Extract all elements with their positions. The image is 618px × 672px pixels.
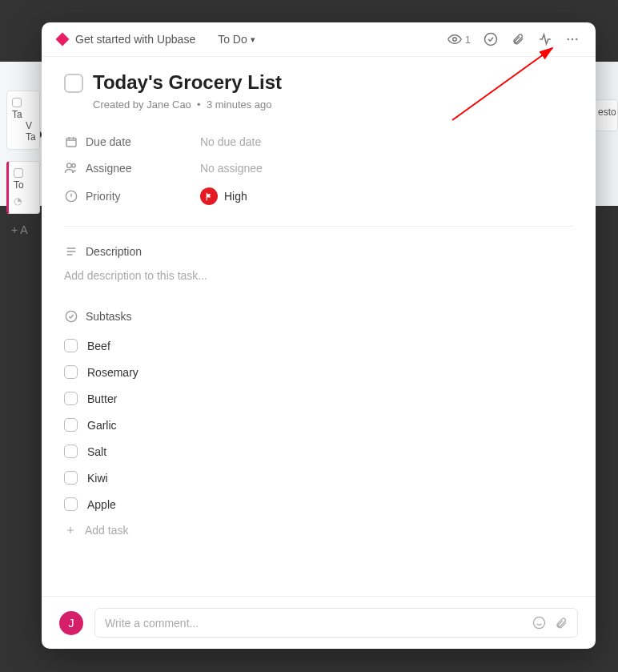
subtask-item[interactable]: Rosemary bbox=[64, 359, 573, 385]
watchers-count: 1 bbox=[465, 34, 471, 46]
subtask-label: Butter bbox=[87, 392, 117, 405]
status-dropdown[interactable]: To Do ▾ bbox=[218, 33, 255, 46]
assignee-row[interactable]: Assignee No assignee bbox=[64, 155, 573, 181]
calendar-icon bbox=[64, 135, 78, 148]
attach-icon[interactable] bbox=[554, 616, 568, 630]
svg-point-6 bbox=[67, 163, 72, 168]
subtasks-label: Subtasks bbox=[86, 310, 132, 323]
svg-point-7 bbox=[72, 164, 75, 167]
attachment-icon[interactable] bbox=[511, 32, 525, 46]
plus-icon bbox=[64, 524, 77, 537]
svg-rect-5 bbox=[66, 138, 76, 147]
subtasks-header: Subtasks bbox=[64, 309, 573, 323]
description-icon bbox=[64, 244, 78, 258]
description-input[interactable]: Add description to this task... bbox=[64, 269, 573, 282]
add-subtask-button[interactable]: Add task bbox=[64, 517, 573, 543]
subtask-list: BeefRosemaryButterGarlicSaltKiwiApple bbox=[64, 332, 573, 517]
subtask-checkbox[interactable] bbox=[64, 471, 78, 485]
priority-label: Priority bbox=[86, 190, 121, 203]
header-actions: 1 bbox=[447, 32, 580, 46]
svg-point-3 bbox=[572, 38, 573, 40]
brand-diamond-icon bbox=[56, 33, 70, 46]
description-header: Description bbox=[64, 244, 573, 258]
task-modal: Get started with Upbase To Do ▾ 1 bbox=[42, 22, 596, 649]
task-created-by: Created by Jane Cao bbox=[93, 99, 191, 111]
due-date-value: No due date bbox=[200, 135, 261, 148]
bg-card-1-text3: Ta bbox=[26, 131, 36, 143]
svg-point-9 bbox=[66, 311, 76, 321]
svg-point-2 bbox=[568, 38, 569, 40]
comment-input[interactable] bbox=[105, 617, 532, 630]
modal-header: Get started with Upbase To Do ▾ 1 bbox=[42, 22, 596, 57]
watchers-button[interactable]: 1 bbox=[447, 32, 471, 46]
subtask-label: Beef bbox=[87, 340, 110, 352]
fields-section: Due date No due date Assignee No assigne… bbox=[64, 128, 573, 227]
chevron-down-icon: ▾ bbox=[251, 34, 255, 45]
task-meta: Created by Jane Cao • 3 minutes ago bbox=[93, 99, 573, 111]
priority-row[interactable]: Priority High bbox=[64, 181, 573, 211]
bg-card-2-text: To bbox=[14, 179, 24, 191]
subtask-label: Salt bbox=[87, 445, 106, 458]
svg-point-10 bbox=[533, 617, 544, 628]
description-label: Description bbox=[86, 245, 142, 258]
subtask-item[interactable]: Apple bbox=[64, 491, 573, 517]
assignee-icon bbox=[64, 161, 78, 175]
bg-card-1-text2: V bbox=[26, 120, 32, 131]
more-menu-icon[interactable] bbox=[565, 32, 580, 46]
comment-input-wrap[interactable] bbox=[94, 608, 578, 638]
comment-bar: J bbox=[42, 596, 596, 649]
eye-icon bbox=[447, 32, 462, 46]
avatar: J bbox=[59, 611, 83, 635]
bg-card-1-text1: Ta bbox=[12, 109, 22, 120]
svg-point-4 bbox=[576, 38, 577, 40]
title-row: Today's Grocery List Created by Jane Cao… bbox=[64, 71, 573, 111]
subtask-label: Kiwi bbox=[87, 472, 108, 485]
assignee-value: No assignee bbox=[200, 162, 263, 175]
subtask-item[interactable]: Salt bbox=[64, 438, 573, 465]
bg-card-2: To ◔ bbox=[6, 161, 40, 214]
svg-point-1 bbox=[485, 34, 497, 46]
subtask-checkbox[interactable] bbox=[64, 445, 78, 458]
subtask-item[interactable]: Butter bbox=[64, 385, 573, 412]
subtasks-icon bbox=[64, 309, 78, 323]
subtask-checkbox[interactable] bbox=[64, 497, 78, 511]
bg-add-card: + A bbox=[11, 223, 28, 236]
brand-link[interactable]: Get started with Upbase bbox=[75, 33, 195, 46]
priority-icon bbox=[64, 190, 78, 203]
complete-check-icon[interactable] bbox=[484, 32, 498, 46]
bg-card-2-checkbox bbox=[14, 168, 23, 178]
subtask-checkbox[interactable] bbox=[64, 392, 78, 405]
subtask-checkbox[interactable] bbox=[64, 418, 78, 432]
bg-card-1: Ta V Ta bbox=[6, 91, 40, 150]
subtask-label: Apple bbox=[87, 498, 116, 511]
task-title[interactable]: Today's Grocery List bbox=[93, 71, 573, 94]
subtask-checkbox[interactable] bbox=[64, 339, 78, 352]
due-date-row[interactable]: Due date No due date bbox=[64, 128, 573, 155]
priority-value: High bbox=[224, 190, 247, 203]
modal-body: Today's Grocery List Created by Jane Cao… bbox=[42, 57, 596, 596]
subtask-checkbox[interactable] bbox=[64, 365, 78, 379]
subtask-label: Rosemary bbox=[87, 366, 138, 379]
priority-flag-icon bbox=[200, 187, 218, 205]
due-date-label: Due date bbox=[86, 135, 131, 148]
status-dropdown-label: To Do bbox=[218, 33, 247, 46]
activity-icon[interactable] bbox=[538, 32, 552, 46]
subtask-item[interactable]: Garlic bbox=[64, 412, 573, 438]
subtask-item[interactable]: Beef bbox=[64, 332, 573, 359]
task-complete-checkbox[interactable] bbox=[64, 74, 83, 93]
bg-card-1-checkbox bbox=[12, 98, 22, 107]
subtasks-section: Subtasks BeefRosemaryButterGarlicSaltKiw… bbox=[64, 309, 573, 543]
add-subtask-label: Add task bbox=[85, 524, 128, 537]
subtask-label: Garlic bbox=[87, 419, 117, 432]
bg-right-snippet: esto bbox=[594, 99, 618, 131]
assignee-label: Assignee bbox=[86, 162, 132, 175]
emoji-icon[interactable] bbox=[532, 616, 546, 630]
subtask-item[interactable]: Kiwi bbox=[64, 465, 573, 491]
meta-separator: • bbox=[197, 99, 201, 111]
svg-point-0 bbox=[453, 38, 457, 42]
task-time-ago: 3 minutes ago bbox=[207, 99, 272, 111]
